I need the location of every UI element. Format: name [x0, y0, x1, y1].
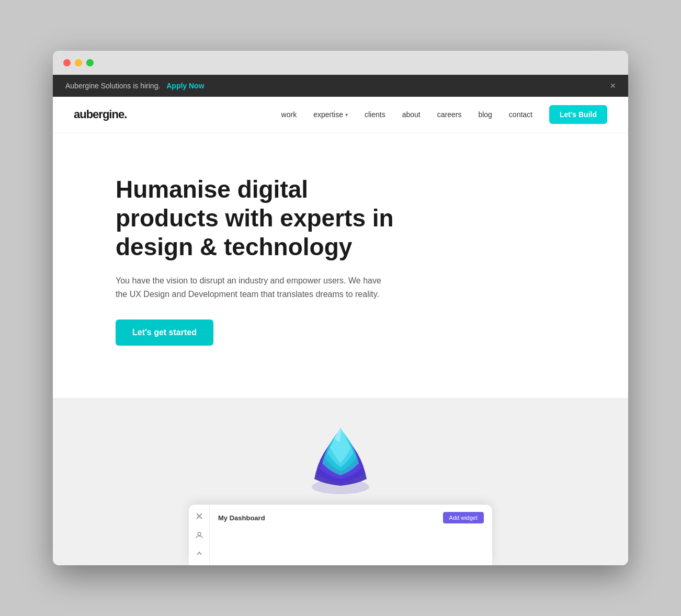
- banner-close-button[interactable]: ×: [610, 81, 616, 90]
- navbar: aubergine. work expertise ▾ clients abou…: [53, 97, 628, 133]
- announcement-banner: Aubergine Solutions is hiring. Apply Now…: [53, 75, 628, 97]
- hero-section: Humanise digital products with experts i…: [53, 133, 628, 398]
- chevron-down-icon: ▾: [345, 112, 348, 118]
- dashboard-card: My Dashboard Add widget: [189, 505, 492, 565]
- nav-item-expertise[interactable]: expertise ▾: [313, 110, 348, 119]
- hero-heading: Humanise digital products with experts i…: [116, 175, 408, 262]
- nav-item-contact[interactable]: contact: [509, 110, 532, 119]
- nav-links: work expertise ▾ clients about careers b…: [281, 105, 607, 124]
- maximize-button[interactable]: [86, 59, 94, 66]
- user-icon[interactable]: [194, 530, 205, 540]
- lets-build-button[interactable]: Let's Build: [549, 105, 607, 124]
- close-icon[interactable]: [194, 511, 205, 521]
- dashboard-sidebar: [189, 505, 210, 565]
- site-logo[interactable]: aubergine.: [74, 108, 127, 121]
- hero-cta-button[interactable]: Let's get started: [116, 320, 213, 346]
- nav-item-careers[interactable]: careers: [437, 110, 462, 119]
- banner-apply-link[interactable]: Apply Now: [166, 82, 204, 90]
- nav-item-work[interactable]: work: [281, 110, 297, 119]
- minimize-button[interactable]: [75, 59, 82, 66]
- dashboard-title: My Dashboard: [218, 514, 265, 522]
- lower-section: My Dashboard Add widget: [53, 398, 628, 565]
- dashboard-header: My Dashboard Add widget: [218, 512, 484, 523]
- banner-message: Aubergine Solutions is hiring. Apply Now: [65, 82, 205, 90]
- nav-item-about[interactable]: about: [402, 110, 421, 119]
- svg-point-3: [198, 532, 201, 535]
- nav-item-blog[interactable]: blog: [478, 110, 492, 119]
- add-widget-button[interactable]: Add widget: [443, 512, 484, 523]
- hero-subtext: You have the vision to disrupt an indust…: [116, 274, 388, 301]
- banner-text: Aubergine Solutions is hiring.: [65, 82, 160, 90]
- browser-window: Aubergine Solutions is hiring. Apply Now…: [53, 51, 628, 566]
- close-button[interactable]: [63, 59, 71, 66]
- arrow-up-icon[interactable]: [194, 549, 205, 559]
- decorative-shell-icon: [299, 419, 382, 503]
- dashboard-content: My Dashboard Add widget: [210, 505, 492, 565]
- nav-item-clients[interactable]: clients: [365, 110, 385, 119]
- browser-chrome: [53, 51, 628, 75]
